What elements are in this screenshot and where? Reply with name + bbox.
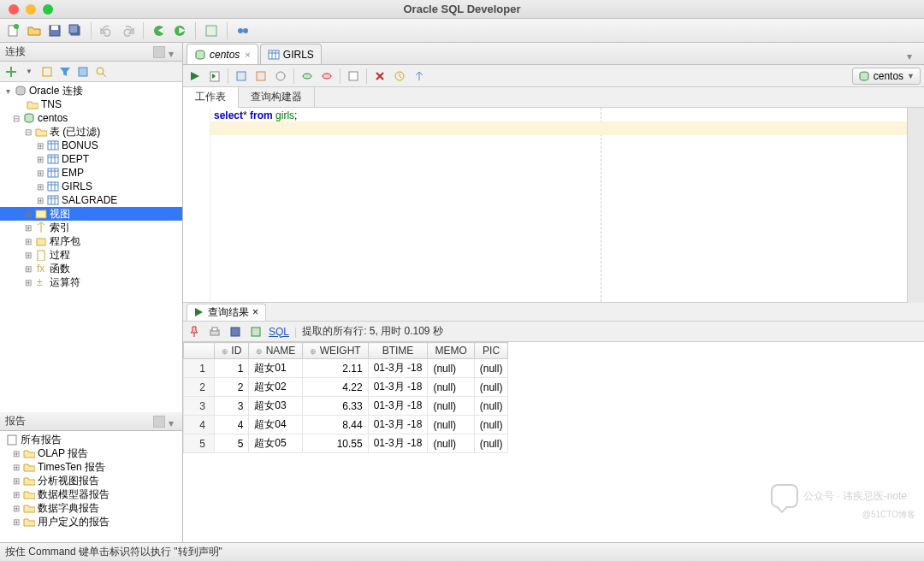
tree-item-userdefined[interactable]: ⊞用户定义的报告 bbox=[0, 515, 182, 529]
history-icon[interactable] bbox=[391, 68, 408, 85]
sql-worksheet-icon[interactable] bbox=[203, 22, 220, 39]
fetch-status: 提取的所有行: 5, 用时 0.109 秒 bbox=[302, 324, 443, 339]
add-connection-icon[interactable] bbox=[3, 64, 19, 80]
rollback-icon[interactable] bbox=[318, 68, 335, 85]
tree-item-modeler[interactable]: ⊞数据模型器报告 bbox=[0, 487, 182, 501]
reports-panel-title: 报告 bbox=[5, 414, 150, 428]
save-icon[interactable] bbox=[228, 324, 243, 340]
table-row[interactable]: 11超女012.1101-3月 -18(null)(null) bbox=[184, 359, 508, 378]
sql-link[interactable]: SQL bbox=[269, 326, 289, 338]
tab-centos[interactable]: centos × bbox=[187, 44, 258, 64]
tree-root-oracle[interactable]: ▾Oracle 连接 bbox=[0, 84, 182, 97]
svg-rect-18 bbox=[48, 141, 58, 150]
subtab-worksheet[interactable]: 工作表 bbox=[183, 87, 239, 108]
tab-label: centos bbox=[210, 49, 240, 61]
fwd-icon[interactable]: ► bbox=[171, 22, 188, 39]
collapsed-right-panel[interactable] bbox=[907, 108, 924, 303]
panel-minimize-icon[interactable] bbox=[153, 416, 165, 428]
tree-item-olap[interactable]: ⊞OLAP 报告 bbox=[0, 446, 182, 460]
table-row[interactable]: 33超女036.3301-3月 -18(null)(null) bbox=[184, 397, 508, 416]
tree-node-salgrade[interactable]: ⊞SALGRADE bbox=[0, 193, 182, 207]
search-icon[interactable] bbox=[93, 64, 109, 80]
svg-rect-24 bbox=[37, 239, 45, 245]
sql-editor[interactable]: select* from girls; bbox=[183, 108, 907, 303]
worksheet-toolbar: centos ▼ bbox=[183, 65, 924, 87]
autotrace-icon[interactable] bbox=[252, 68, 270, 85]
panel-close-icon[interactable]: ▾ bbox=[169, 48, 177, 56]
saveall-icon[interactable] bbox=[67, 22, 84, 39]
svg-point-12 bbox=[243, 28, 248, 33]
tree-node-tables[interactable]: ⊟表 (已过滤) bbox=[0, 125, 182, 139]
table-row[interactable]: 44超女048.4401-3月 -18(null)(null) bbox=[184, 416, 508, 434]
tab-close-icon[interactable]: × bbox=[252, 306, 258, 318]
svg-rect-20 bbox=[48, 168, 58, 177]
results-toolbar: SQL | 提取的所有行: 5, 用时 0.109 秒 bbox=[183, 322, 924, 342]
tree-node-procedures[interactable]: ⊞过程 bbox=[0, 248, 182, 262]
svg-rect-22 bbox=[48, 196, 58, 204]
refresh-icon[interactable] bbox=[39, 64, 55, 80]
unshare-icon[interactable] bbox=[345, 68, 362, 85]
filter-icon[interactable] bbox=[57, 64, 73, 80]
connections-toolbar: ▼ bbox=[0, 62, 182, 82]
tree-node-views[interactable]: ⊞视图 bbox=[0, 207, 182, 221]
tree-root-reports[interactable]: 所有报告 bbox=[0, 433, 182, 446]
svg-text:◄: ◄ bbox=[156, 24, 166, 36]
tree-node-indexes[interactable]: ⊞索引 bbox=[0, 221, 182, 234]
svg-rect-41 bbox=[212, 328, 217, 331]
tree-item-timesten[interactable]: ⊞TimesTen 报告 bbox=[0, 460, 182, 474]
tree-node-girls[interactable]: ⊞GIRLS bbox=[0, 180, 182, 193]
new-icon[interactable] bbox=[5, 22, 22, 39]
save-icon[interactable] bbox=[46, 22, 63, 39]
pin-icon[interactable] bbox=[187, 324, 202, 340]
tree-item-analysis[interactable]: ⊞分析视图报告 bbox=[0, 474, 182, 487]
connections-panel-header: 连接 ▾ bbox=[0, 43, 182, 62]
open-icon[interactable] bbox=[26, 22, 43, 39]
tree-node-packages[interactable]: ⊞程序包 bbox=[0, 234, 182, 248]
navigate-icon[interactable] bbox=[411, 68, 428, 85]
dba-icon[interactable] bbox=[234, 22, 252, 39]
tree-node-dept[interactable]: ⊞DEPT bbox=[0, 152, 182, 166]
window-close-button[interactable] bbox=[9, 4, 19, 15]
svg-point-34 bbox=[276, 72, 285, 80]
redo-icon[interactable] bbox=[119, 22, 136, 39]
tab-girls[interactable]: GIRLS bbox=[260, 44, 322, 64]
subtab-querybuilder[interactable]: 查询构建器 bbox=[239, 87, 315, 107]
results-grid[interactable]: ⊕ ID⊕ NAME⊕ WEIGHTBTIMEMEMOPIC11超女012.11… bbox=[183, 342, 508, 453]
tree-item-dictionary[interactable]: ⊞数据字典报告 bbox=[0, 501, 182, 515]
export-icon[interactable] bbox=[248, 324, 264, 340]
window-min-button[interactable] bbox=[26, 4, 36, 15]
window-zoom-button[interactable] bbox=[43, 4, 53, 15]
connection-selector[interactable]: centos ▼ bbox=[852, 68, 921, 85]
tree-node-centos[interactable]: ⊟centos bbox=[0, 111, 182, 125]
tree-node-operators[interactable]: ⊞±运算符 bbox=[0, 275, 182, 289]
run-icon[interactable] bbox=[187, 68, 204, 85]
tree-node-functions[interactable]: ⊞fx函数 bbox=[0, 262, 182, 275]
tree-node-bonus[interactable]: ⊞BONUS bbox=[0, 139, 182, 152]
clear-icon[interactable] bbox=[371, 68, 388, 85]
panel-minimize-icon[interactable] bbox=[153, 46, 165, 58]
svg-rect-25 bbox=[38, 251, 44, 261]
tabs-menu-icon[interactable]: ▾ bbox=[907, 50, 921, 64]
explain-plan-icon[interactable] bbox=[233, 68, 250, 85]
tab-close-icon[interactable]: × bbox=[245, 50, 250, 60]
watermark2: @51CTO博客 bbox=[862, 509, 915, 521]
editor-tabs: centos × GIRLS ▾ bbox=[183, 43, 924, 65]
svg-text:►: ► bbox=[177, 24, 187, 36]
svg-rect-42 bbox=[231, 328, 240, 336]
svg-point-35 bbox=[303, 74, 311, 79]
table-row[interactable]: 55超女0510.5501-3月 -18(null)(null) bbox=[184, 434, 508, 453]
undo-icon[interactable] bbox=[98, 22, 116, 39]
run-script-icon[interactable] bbox=[206, 68, 223, 85]
back-icon[interactable]: ◄ bbox=[151, 22, 168, 39]
svg-text:fx: fx bbox=[37, 263, 44, 275]
panel-close-icon[interactable]: ▾ bbox=[169, 417, 177, 426]
print-icon[interactable] bbox=[207, 324, 222, 340]
schema-icon[interactable] bbox=[75, 64, 91, 80]
tree-node-tns[interactable]: TNS bbox=[0, 97, 182, 111]
commit-icon[interactable] bbox=[299, 68, 316, 85]
results-tab-query[interactable]: 查询结果 × bbox=[187, 304, 266, 321]
sql-tuning-icon[interactable] bbox=[272, 68, 289, 85]
editor-code[interactable]: select* from girls; bbox=[210, 108, 907, 302]
tree-node-emp[interactable]: ⊞EMP bbox=[0, 166, 182, 180]
table-row[interactable]: 22超女024.2201-3月 -18(null)(null) bbox=[184, 378, 508, 397]
